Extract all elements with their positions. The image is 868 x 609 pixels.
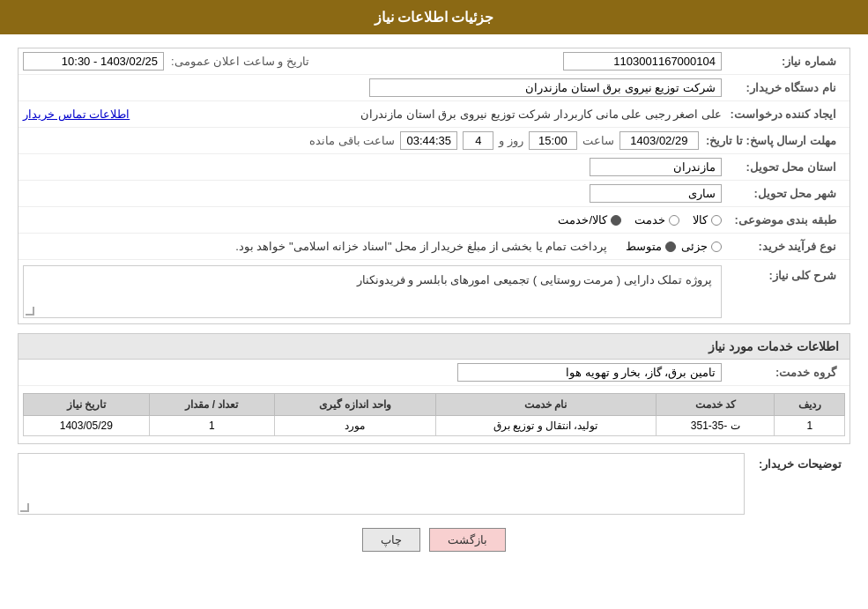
services-section: گروه خدمت: تامین برق، گاز، بخار و تهویه … — [18, 359, 850, 444]
radio-kala-circle — [711, 215, 722, 226]
print-button[interactable]: چاپ — [362, 528, 420, 552]
radio-moutasat: متوسط — [626, 240, 676, 253]
shahr-label: شهر محل تحویل: — [722, 187, 845, 200]
back-button[interactable]: بازگشت — [429, 528, 506, 552]
buyer-notes-box — [18, 453, 745, 515]
radio-khadamat-label: خدمت — [634, 213, 665, 227]
page-title: جزئیات اطلاعات نیاز — [375, 10, 494, 25]
shahr-value: ساری — [590, 184, 722, 203]
cell-date: 1403/05/29 — [24, 416, 150, 436]
ijad-label: ایجاد کننده درخواست: — [722, 108, 845, 121]
col-unit: واحد اندازه گیری — [275, 394, 436, 416]
tarikh-value: 1403/02/25 - 10:30 — [23, 52, 164, 71]
sharh-box: پروژه تملک دارایی ( مرمت روستایی ) تجمیع… — [23, 265, 722, 318]
radio-jozi-circle — [711, 241, 722, 252]
nove-farayand-note: پرداخت تمام یا بخشی از مبلغ خریدار از مح… — [235, 240, 607, 253]
sharh-label: شرح کلی نیاز: — [722, 265, 845, 282]
mohlat-date: 1403/02/29 — [619, 131, 699, 150]
table-row: 1 ت -35-351 تولید، انتقال و توزیع برق مو… — [24, 416, 845, 436]
nove-farayand-fields: جزئی متوسط پرداخت تمام یا بخشی از مبلغ خ… — [235, 240, 722, 253]
tabaghebandi-radios: کالا خدمت کالا/خدمت — [558, 213, 722, 227]
row-sharh: شرح کلی نیاز: پروژه تملک دارایی ( مرمت ر… — [19, 260, 849, 323]
grouh-label: گروه خدمت: — [722, 366, 845, 379]
page-header: جزئیات اطلاعات نیاز — [0, 0, 868, 34]
mohlat-countdown: 03:44:35 — [400, 131, 457, 150]
cell-name: تولید، انتقال و توزیع برق — [435, 416, 656, 436]
radio-khadamat: خدمت — [634, 213, 679, 227]
form-section: شماره نیاز: 1103001167000104 تاریخ و ساع… — [18, 48, 850, 324]
radio-kala-khadamat: کالا/خدمت — [558, 213, 621, 227]
radio-khadamat-circle — [669, 215, 679, 226]
radio-kala-khadamat-label: کالا/خدمت — [558, 213, 607, 227]
radio-moutasat-label: متوسط — [626, 240, 662, 253]
ostan-label: استان محل تحویل: — [722, 160, 845, 174]
cell-count: 1 — [149, 416, 274, 436]
row-ostan: استان محل تحویل: مازندران — [19, 154, 849, 181]
radio-jozi-label: جزئی — [681, 240, 708, 253]
row-grouh: گروه خدمت: تامین برق، گاز، بخار و تهویه … — [19, 360, 849, 386]
col-date: تاریخ نیاز — [24, 394, 150, 416]
mohlat-fields: 1403/02/29 ساعت 15:00 روز و 4 03:44:35 س… — [309, 131, 699, 150]
tarikh-label: تاریخ و ساعت اعلان عمومی: — [171, 55, 309, 68]
nove-farayand-label: نوع فرآیند خرید: — [722, 240, 845, 253]
sharh-value: پروژه تملک دارایی ( مرمت روستایی ) تجمیع… — [357, 273, 712, 286]
ostan-value: مازندران — [590, 158, 722, 176]
ijad-value: علی اصغر رجبی علی مانی کاربردار شرکت توز… — [138, 108, 722, 121]
etela-link[interactable]: اطلاعات تماس خریدار — [23, 108, 130, 121]
mohlat-time: 15:00 — [529, 131, 577, 150]
col-name: نام خدمت — [435, 394, 656, 416]
col-code: کد خدمت — [656, 394, 775, 416]
buttons-row: بازگشت چاپ — [18, 528, 850, 565]
resize-handle-notes — [20, 503, 29, 512]
table-header-row: ردیف کد خدمت نام خدمت واحد اندازه گیری ت… — [24, 394, 845, 416]
resize-handle-sharh — [26, 307, 34, 316]
row-shomara-tarikh: شماره نیاز: 1103001167000104 تاریخ و ساع… — [19, 48, 849, 75]
row-nove-farayand: نوع فرآیند خرید: جزئی متوسط پرداخت تمام … — [19, 234, 849, 260]
row-shahr: شهر محل تحویل: ساری — [19, 181, 849, 207]
mohlat-label: مهلت ارسال پاسخ: تا تاریخ: — [699, 134, 845, 147]
shomara-label: شماره نیاز: — [722, 55, 845, 68]
page-container: جزئیات اطلاعات نیاز شماره نیاز: 11030011… — [0, 0, 868, 609]
buyer-notes-section: توضیحات خریدار: — [18, 453, 850, 515]
col-radif: ردیف — [775, 394, 845, 416]
nam-dastgah-label: نام دستگاه خریدار: — [722, 81, 845, 94]
radio-jozi: جزئی — [681, 240, 722, 253]
sharh-container: پروژه تملک دارایی ( مرمت روستایی ) تجمیع… — [23, 265, 722, 318]
mohlat-ruz-label: روز و — [499, 134, 523, 147]
col-count: تعداد / مقدار — [149, 394, 274, 416]
grouh-value: تامین برق، گاز، بخار و تهویه هوا — [457, 363, 722, 382]
row-tabaghebandi: طبقه بندی موضوعی: کالا خدمت کالا/خدمت — [19, 207, 849, 234]
cell-code: ت -35-351 — [656, 416, 775, 436]
radio-kala: کالا — [693, 213, 722, 227]
cell-unit: مورد — [275, 416, 436, 436]
services-header: اطلاعات خدمات مورد نیاز — [18, 333, 850, 359]
services-table: ردیف کد خدمت نام خدمت واحد اندازه گیری ت… — [23, 393, 845, 436]
row-ijad: ایجاد کننده درخواست: علی اصغر رجبی علی م… — [19, 101, 849, 128]
nam-dastgah-value: شرکت توزیع نیروی برق استان مازندران — [369, 78, 722, 97]
row-nam-dastgah: نام دستگاه خریدار: شرکت توزیع نیروی برق … — [19, 75, 849, 101]
cell-radif: 1 — [775, 416, 845, 436]
tabaghebandi-label: طبقه بندی موضوعی: — [722, 213, 845, 227]
services-table-wrapper: ردیف کد خدمت نام خدمت واحد اندازه گیری ت… — [19, 386, 849, 443]
content-area: شماره نیاز: 1103001167000104 تاریخ و ساع… — [0, 34, 868, 578]
mohlat-saaat-label: ساعت — [582, 134, 614, 147]
radio-moutasat-circle — [665, 241, 676, 252]
buyer-notes-label: توضیحات خریدار: — [745, 453, 850, 471]
radio-kala-khadamat-circle — [611, 215, 621, 226]
mohlat-ruz-value: 4 — [463, 131, 493, 150]
row-mohlat: مهلت ارسال پاسخ: تا تاریخ: 1403/02/29 سا… — [19, 128, 849, 154]
radio-kala-label: کالا — [693, 213, 708, 227]
mohlat-remaining-label: ساعت باقی مانده — [309, 134, 395, 147]
shomara-value: 1103001167000104 — [563, 52, 722, 71]
